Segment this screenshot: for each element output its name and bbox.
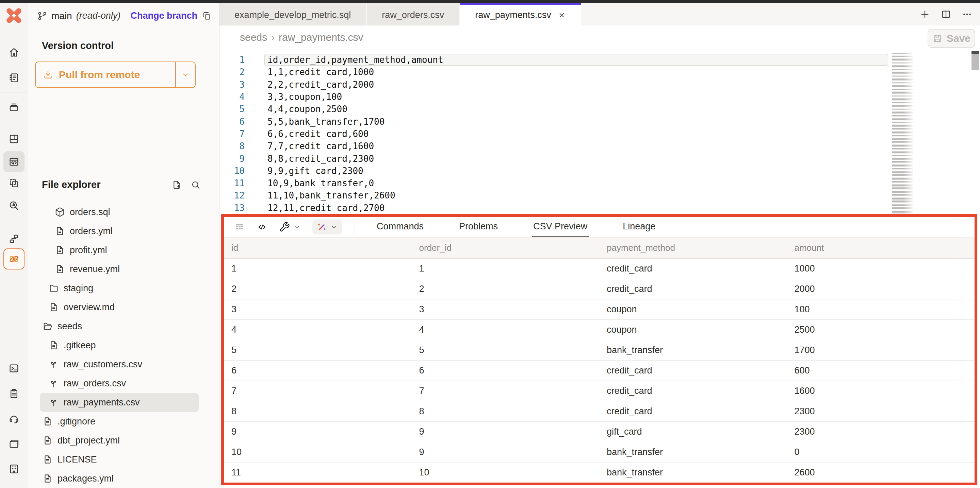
dbt-logo-icon bbox=[5, 7, 23, 24]
visual-editor-icon[interactable] bbox=[8, 177, 20, 189]
file-item-orders-yml[interactable]: orders.yml bbox=[40, 222, 199, 241]
file-item--gitignore[interactable]: .gitignore bbox=[40, 412, 199, 431]
terminal-icon[interactable] bbox=[8, 362, 20, 374]
file-item-revenue-yml[interactable]: revenue.yml bbox=[40, 260, 199, 279]
organization-building-icon[interactable] bbox=[8, 463, 20, 475]
file-name: profit.yml bbox=[70, 245, 107, 255]
breadcrumb: seeds › raw_payments.csv bbox=[240, 32, 363, 43]
breadcrumb-separator-icon: › bbox=[271, 32, 275, 43]
file-item-license[interactable]: LICENSE bbox=[40, 450, 199, 469]
new-tab-icon[interactable] bbox=[920, 9, 930, 20]
panel-tab-lineage[interactable]: Lineage bbox=[621, 217, 657, 237]
code-window-icon bbox=[8, 156, 20, 168]
line-number: 4 bbox=[220, 92, 246, 102]
panel-tab-commands[interactable]: Commands bbox=[375, 217, 425, 237]
file-item-overview-md[interactable]: overview.md bbox=[40, 298, 199, 317]
close-tab-icon[interactable] bbox=[557, 11, 566, 20]
git-branch-icon bbox=[37, 11, 47, 21]
file-name: dbt_project.yml bbox=[57, 435, 120, 446]
table-cell: credit_card bbox=[599, 279, 787, 299]
file-item-dbt-project-yml[interactable]: dbt_project.yml bbox=[40, 431, 199, 450]
editor-minimap[interactable] bbox=[892, 53, 913, 214]
home-icon[interactable] bbox=[8, 46, 20, 59]
pull-from-remote-button[interactable]: Pull from remote bbox=[35, 62, 196, 88]
version-control-title: Version control bbox=[42, 40, 114, 51]
line-number: 12 bbox=[220, 190, 246, 201]
main-area: example_develop_metric.sqlraw_orders.csv… bbox=[220, 3, 980, 488]
panel-tab-problems[interactable]: Problems bbox=[458, 217, 499, 237]
table-cell: gift_card bbox=[599, 422, 787, 442]
dashboards-icon[interactable] bbox=[8, 133, 20, 145]
copilot-atom-icon[interactable] bbox=[3, 249, 24, 269]
table-cell: 5 bbox=[224, 340, 412, 361]
tab-example-develop-metric-sql[interactable]: example_develop_metric.sql bbox=[220, 3, 367, 25]
orchestration-icon[interactable] bbox=[8, 233, 20, 245]
line-number: 5 bbox=[220, 104, 246, 114]
support-headset-icon[interactable] bbox=[8, 412, 20, 425]
code-icon[interactable] bbox=[256, 222, 267, 233]
folder-icon bbox=[49, 283, 59, 293]
file-item-orders-sql[interactable]: orders.sql bbox=[40, 203, 199, 222]
editor-line: 54,4,coupon,2500 bbox=[220, 103, 980, 115]
file-item--gitkeep[interactable]: .gitkeep bbox=[40, 336, 199, 355]
save-icon bbox=[932, 33, 943, 43]
develop-ide-icon[interactable] bbox=[3, 151, 24, 172]
column-header-id: id bbox=[224, 238, 412, 258]
tab-raw-orders-csv[interactable]: raw_orders.csv bbox=[367, 3, 460, 25]
table-cell: 3 bbox=[224, 299, 412, 320]
column-header-payment_method: payment_method bbox=[599, 238, 787, 258]
table-cell: bank_transfer bbox=[599, 442, 787, 463]
table-row: 55bank_transfer1700 bbox=[224, 340, 975, 361]
save-button[interactable]: Save bbox=[928, 29, 975, 48]
doc-icon bbox=[43, 435, 53, 445]
clipboard-icon[interactable] bbox=[8, 387, 20, 400]
file-item-staging[interactable]: staging bbox=[40, 279, 199, 298]
file-item-packages-yml[interactable]: packages.yml bbox=[40, 469, 199, 488]
change-branch-link[interactable]: Change branch bbox=[130, 11, 197, 21]
table-cell: 2300 bbox=[787, 422, 975, 442]
more-options-icon[interactable] bbox=[962, 9, 972, 20]
ai-actions-button[interactable] bbox=[312, 220, 342, 234]
pull-options-chevron[interactable] bbox=[176, 62, 195, 87]
panel-tab-csv-preview[interactable]: CSV Preview bbox=[532, 217, 589, 237]
line-number: 6 bbox=[220, 117, 246, 127]
file-name: orders.sql bbox=[70, 207, 110, 217]
search-icon[interactable] bbox=[191, 180, 201, 190]
build-tools-button[interactable] bbox=[279, 222, 301, 233]
split-view-icon[interactable] bbox=[940, 9, 951, 20]
file-item-seeds[interactable]: seeds bbox=[40, 317, 199, 336]
tab-raw-payments-csv[interactable]: raw_payments.csv bbox=[460, 3, 581, 25]
file-item-profit-yml[interactable]: profit.yml bbox=[40, 241, 199, 260]
pull-from-remote-main[interactable]: Pull from remote bbox=[36, 62, 176, 87]
breadcrumb-bar: seeds › raw_payments.csv Save bbox=[220, 25, 980, 49]
table-cell: 600 bbox=[787, 361, 975, 381]
copy-icon[interactable] bbox=[202, 11, 212, 21]
window-top-strip bbox=[0, 0, 980, 3]
editor-tab-bar: example_develop_metric.sqlraw_orders.csv… bbox=[220, 3, 980, 25]
tab-label: raw_payments.csv bbox=[475, 10, 551, 21]
file-item-raw-payments-csv[interactable]: raw_payments.csv bbox=[40, 393, 199, 412]
table-cell: 7 bbox=[412, 381, 600, 401]
browser-window-icon[interactable] bbox=[8, 438, 20, 450]
doc-icon bbox=[55, 245, 65, 255]
line-text: 4,4,coupon,2500 bbox=[264, 103, 888, 115]
file-explorer-header[interactable]: File explorer bbox=[28, 179, 219, 190]
catalog-icon[interactable] bbox=[8, 101, 20, 113]
notebook-icon[interactable] bbox=[8, 72, 20, 84]
editor-scrollbar[interactable] bbox=[971, 51, 979, 214]
explore-search-icon[interactable] bbox=[8, 200, 20, 212]
file-name: .gitignore bbox=[57, 416, 95, 427]
table-cell: 4 bbox=[224, 320, 412, 340]
scrollbar-thumb[interactable] bbox=[972, 51, 979, 70]
table-icon[interactable] bbox=[234, 222, 245, 233]
new-file-icon[interactable] bbox=[172, 180, 182, 190]
doc-icon bbox=[43, 416, 53, 426]
file-item-raw-customers-csv[interactable]: raw_customers.csv bbox=[40, 355, 199, 374]
seed-icon bbox=[49, 397, 59, 407]
table-cell: 8 bbox=[412, 401, 600, 422]
code-editor[interactable]: 1id,order_id,payment_method,amount21,1,c… bbox=[220, 49, 980, 214]
file-item-raw-orders-csv[interactable]: raw_orders.csv bbox=[40, 374, 199, 393]
line-text: 3,3,coupon,100 bbox=[264, 91, 888, 103]
version-control-header[interactable]: Version control bbox=[28, 40, 219, 51]
table-cell: 4 bbox=[412, 320, 600, 340]
